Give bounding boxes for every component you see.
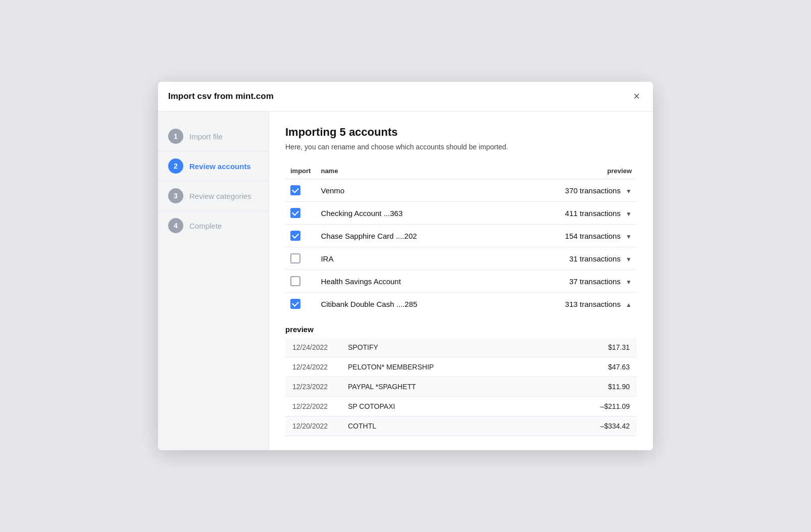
transaction-count-3[interactable]: 31 transactions ▼ xyxy=(502,247,637,270)
sidebar-step-2: 2 Review accounts xyxy=(158,151,269,181)
preview-section: preview 12/24/2022 SPOTIFY $17.31 12/24/… xyxy=(285,325,637,436)
import-checkbox-4[interactable] xyxy=(290,276,300,286)
dropdown-arrow-3: ▼ xyxy=(626,256,632,263)
preview-row: 12/23/2022 PAYPAL *SPAGHETT $11.90 xyxy=(285,377,637,397)
table-row: Citibank Double Cash ....285 313 transac… xyxy=(285,293,637,315)
accounts-table: import name preview Venmo 370 transactio… xyxy=(285,163,637,315)
sidebar: 1 Import file 2 Review accounts 3 Review… xyxy=(158,112,269,450)
main-content: Importing 5 accounts Here, you can renam… xyxy=(269,112,653,450)
import-checkbox-cell-5 xyxy=(285,293,316,315)
preview-table: 12/24/2022 SPOTIFY $17.31 12/24/2022 PEL… xyxy=(285,338,637,436)
dropdown-arrow-0: ▼ xyxy=(626,188,632,195)
sidebar-step-3[interactable]: 3 Review categories xyxy=(158,181,269,211)
table-row: IRA 31 transactions ▼ xyxy=(285,247,637,270)
step-badge-1: 1 xyxy=(168,129,183,144)
page-subtitle: Here, you can rename and choose which ac… xyxy=(285,143,637,151)
import-checkbox-0[interactable] xyxy=(290,185,300,195)
import-checkbox-cell-1 xyxy=(285,202,316,225)
preview-description-0: SPOTIFY xyxy=(341,338,547,357)
account-name-3: IRA xyxy=(316,247,502,270)
dialog-body: 1 Import file 2 Review accounts 3 Review… xyxy=(158,112,653,450)
transaction-count-1[interactable]: 411 transactions ▼ xyxy=(502,202,637,225)
preview-amount-1: $47.63 xyxy=(547,357,637,377)
account-name-2: Chase Sapphire Card ....202 xyxy=(316,225,502,247)
preview-date-3: 12/22/2022 xyxy=(285,397,341,416)
transaction-count-5[interactable]: 313 transactions ▲ xyxy=(502,293,637,315)
account-name-0: Venmo xyxy=(316,179,502,202)
import-checkbox-5[interactable] xyxy=(290,299,300,309)
import-checkbox-cell-3 xyxy=(285,247,316,270)
preview-amount-3: –$211.09 xyxy=(547,397,637,416)
import-dialog: Import csv from mint.com × 1 Import file… xyxy=(158,82,653,450)
step-label-1: Import file xyxy=(189,132,223,141)
sidebar-step-1[interactable]: 1 Import file xyxy=(158,122,269,151)
table-row: Chase Sapphire Card ....202 154 transact… xyxy=(285,225,637,247)
step-badge-3: 3 xyxy=(168,188,183,203)
step-label-2: Review accounts xyxy=(189,162,251,171)
import-checkbox-cell-2 xyxy=(285,225,316,247)
step-badge-4: 4 xyxy=(168,218,183,233)
transaction-count-0[interactable]: 370 transactions ▼ xyxy=(502,179,637,202)
step-badge-2: 2 xyxy=(168,158,183,174)
table-row: Checking Account ...363 411 transactions… xyxy=(285,202,637,225)
preview-row: 12/24/2022 PELOTON* MEMBERSHIP $47.63 xyxy=(285,357,637,377)
dialog-title: Import csv from mint.com xyxy=(168,91,274,101)
preview-date-2: 12/23/2022 xyxy=(285,377,341,397)
dropdown-arrow-5: ▲ xyxy=(626,301,632,308)
import-checkbox-3[interactable] xyxy=(290,253,300,263)
col-header-name: name xyxy=(316,163,502,179)
preview-description-2: PAYPAL *SPAGHETT xyxy=(341,377,547,397)
import-checkbox-cell-4 xyxy=(285,270,316,293)
preview-label: preview xyxy=(285,325,637,334)
dialog-header: Import csv from mint.com × xyxy=(158,82,653,112)
transaction-count-2[interactable]: 154 transactions ▼ xyxy=(502,225,637,247)
preview-date-4: 12/20/2022 xyxy=(285,416,341,436)
import-checkbox-1[interactable] xyxy=(290,208,300,218)
dropdown-arrow-4: ▼ xyxy=(626,279,632,286)
table-row: Venmo 370 transactions ▼ xyxy=(285,179,637,202)
preview-description-3: SP COTOPAXI xyxy=(341,397,547,416)
col-header-preview: preview xyxy=(502,163,637,179)
preview-amount-4: –$334.42 xyxy=(547,416,637,436)
col-header-import: import xyxy=(285,163,316,179)
table-row: Health Savings Account 37 transactions ▼ xyxy=(285,270,637,293)
page-title: Importing 5 accounts xyxy=(285,126,637,139)
preview-description-4: COTHTL xyxy=(341,416,547,436)
dropdown-arrow-1: ▼ xyxy=(626,210,632,218)
step-label-4: Complete xyxy=(189,222,222,230)
preview-row: 12/24/2022 SPOTIFY $17.31 xyxy=(285,338,637,357)
preview-amount-2: $11.90 xyxy=(547,377,637,397)
preview-amount-0: $17.31 xyxy=(547,338,637,357)
preview-description-1: PELOTON* MEMBERSHIP xyxy=(341,357,547,377)
preview-date-1: 12/24/2022 xyxy=(285,357,341,377)
import-checkbox-cell-0 xyxy=(285,179,316,202)
step-label-3: Review categories xyxy=(189,192,251,200)
import-checkbox-2[interactable] xyxy=(290,231,300,241)
dropdown-arrow-2: ▼ xyxy=(626,233,632,240)
transaction-count-4[interactable]: 37 transactions ▼ xyxy=(502,270,637,293)
preview-date-0: 12/24/2022 xyxy=(285,338,341,357)
close-button[interactable]: × xyxy=(630,90,643,103)
account-name-1: Checking Account ...363 xyxy=(316,202,502,225)
preview-row: 12/22/2022 SP COTOPAXI –$211.09 xyxy=(285,397,637,416)
account-name-4: Health Savings Account xyxy=(316,270,502,293)
preview-row: 12/20/2022 COTHTL –$334.42 xyxy=(285,416,637,436)
sidebar-step-4[interactable]: 4 Complete xyxy=(158,211,269,240)
account-name-5: Citibank Double Cash ....285 xyxy=(316,293,502,315)
